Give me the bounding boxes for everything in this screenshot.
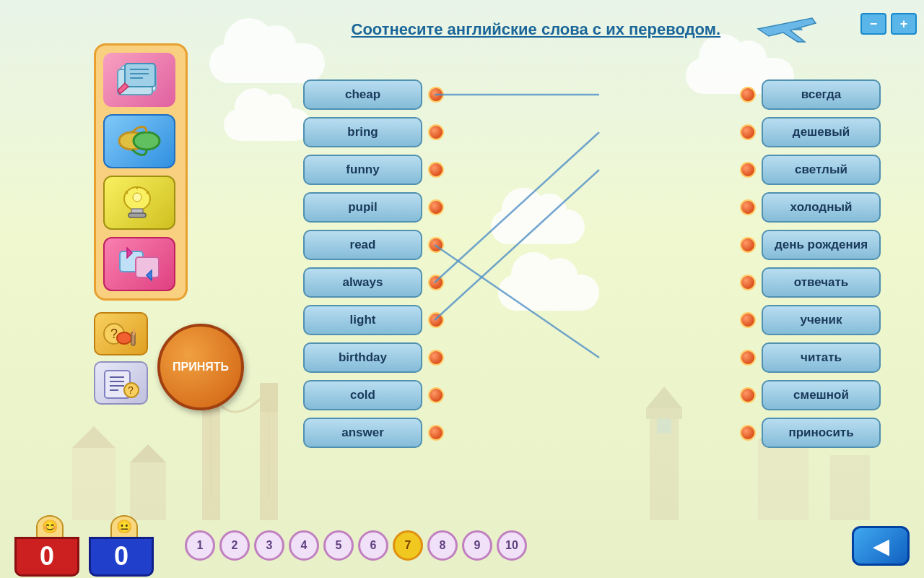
cloud-2 [224,108,310,141]
left-dot-3[interactable] [428,199,444,215]
right-dot-2[interactable] [740,162,756,178]
right-word-row-7: читать [740,342,881,373]
zoom-in-button[interactable]: + [891,13,917,35]
page-7[interactable]: 7 [393,530,423,561]
left-dot-7[interactable] [428,350,444,366]
right-dot-9[interactable] [740,425,756,441]
left-word-row-9: answer [303,418,444,448]
left-dot-5[interactable] [428,275,444,290]
right-word-6[interactable]: ученик [762,305,881,335]
svg-rect-2 [125,64,155,87]
left-word-row-8: cold [303,380,444,410]
svg-rect-10 [128,213,146,217]
right-dot-0[interactable] [740,87,756,103]
right-dot-5[interactable] [740,275,756,290]
svg-rect-43 [130,462,166,520]
right-word-row-0: всегда [740,79,881,110]
page-2[interactable]: 2 [219,530,250,561]
right-word-0[interactable]: всегда [762,79,881,110]
notes-icon[interactable]: ? [94,361,148,405]
right-dot-8[interactable] [740,387,756,403]
cloud-1 [209,43,325,83]
airplane-icon [751,14,823,43]
bottom-bar: 😊 0 😐 0 12345678910 ◀ [0,513,924,578]
right-dot-3[interactable] [740,199,756,215]
right-word-row-6: ученик [740,305,881,335]
right-word-row-1: дешевый [740,117,881,147]
left-dot-4[interactable] [428,237,444,253]
right-word-row-3: холодный [740,192,881,223]
left-word-5[interactable]: always [303,267,422,298]
page-1[interactable]: 1 [185,530,215,561]
back-button[interactable]: ◀ [852,526,910,566]
left-word-row-0: cheap [303,79,444,110]
right-word-9[interactable]: приносить [762,418,881,448]
svg-point-11 [133,193,141,202]
right-word-7[interactable]: читать [762,342,881,373]
left-word-7[interactable]: birthday [303,342,422,373]
page-10[interactable]: 10 [497,530,527,561]
page-3[interactable]: 3 [254,530,284,561]
left-word-row-5: always [303,267,444,298]
right-word-row-2: светлый [740,155,881,185]
right-word-row-8: смешной [740,380,881,410]
left-word-8[interactable]: cold [303,380,422,410]
page-4[interactable]: 4 [289,530,319,561]
english-words-list: cheapbringfunnypupilreadalwayslightbirth… [303,79,444,448]
score-blue: 0 [89,537,154,577]
left-word-6[interactable]: light [303,305,422,335]
svg-line-32 [435,245,599,358]
right-dot-1[interactable] [740,124,756,140]
svg-point-7 [134,132,160,150]
page-6[interactable]: 6 [358,530,388,561]
left-word-row-3: pupil [303,192,444,223]
right-word-row-5: отвечать [740,267,881,298]
left-word-4[interactable]: read [303,230,422,260]
right-word-8[interactable]: смешной [762,380,881,410]
left-word-2[interactable]: funny [303,155,422,185]
tool-icon-2[interactable] [103,114,175,168]
right-word-3[interactable]: холодный [762,192,881,223]
page-title: Соотнесите английские слова с их перевод… [352,20,721,39]
left-dot-2[interactable] [428,162,444,178]
svg-line-31 [435,170,599,320]
left-word-row-6: light [303,305,444,335]
right-word-row-4: день рождения [740,230,881,260]
right-word-5[interactable]: отвечать [762,267,881,298]
left-word-9[interactable]: answer [303,418,422,448]
right-word-2[interactable]: светлый [762,155,881,185]
right-dot-6[interactable] [740,312,756,328]
page-5[interactable]: 5 [323,530,354,561]
tool-icon-1[interactable] [103,53,175,107]
right-word-1[interactable]: дешевый [762,117,881,147]
page-8[interactable]: 8 [427,530,458,561]
tool-panel [94,43,188,301]
svg-rect-41 [72,448,116,520]
left-dot-9[interactable] [428,425,444,441]
right-word-row-9: приносить [740,418,881,448]
left-word-row-1: bring [303,117,444,147]
left-word-1[interactable]: bring [303,117,422,147]
accept-button[interactable]: ПРИНЯТЬ [157,324,244,410]
right-word-4[interactable]: день рождения [762,230,881,260]
svg-text:?: ? [128,384,134,396]
left-word-3[interactable]: pupil [303,192,422,223]
page-9[interactable]: 9 [462,530,492,561]
page-numbers: 12345678910 [185,530,527,561]
svg-point-19 [117,332,131,344]
right-dot-4[interactable] [740,237,756,253]
left-word-row-4: read [303,230,444,260]
svg-line-30 [435,132,599,282]
left-word-0[interactable]: cheap [303,79,422,110]
left-dot-8[interactable] [428,387,444,403]
zoom-out-button[interactable]: − [860,13,886,35]
left-dot-1[interactable] [428,124,444,140]
right-dot-7[interactable] [740,350,756,366]
russian-words-list: всегдадешевыйсветлыйхолодныйдень рождени… [740,79,881,448]
left-dot-6[interactable] [428,312,444,328]
left-word-row-7: birthday [303,342,444,373]
tool-icon-3[interactable] [103,176,175,230]
hint-icon[interactable]: ? [94,312,148,355]
left-dot-0[interactable] [428,87,444,103]
tool-icon-4[interactable] [103,237,175,291]
